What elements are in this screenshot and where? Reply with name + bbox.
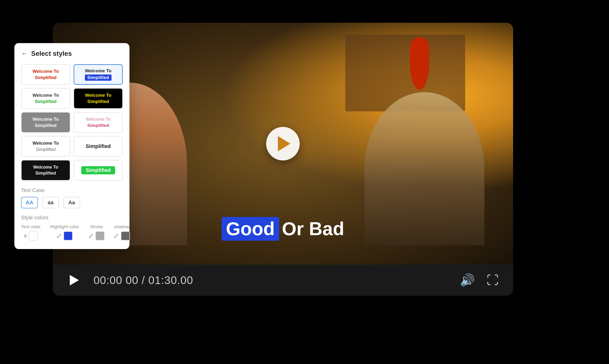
- controls-right: 🔊 ⛶: [460, 273, 499, 287]
- style-9-line2: Simplified: [35, 171, 56, 176]
- video-play-button[interactable]: [266, 127, 300, 160]
- style-2-line1: Welcome To: [85, 68, 111, 74]
- style-card-4[interactable]: Welcome To Simplified: [74, 88, 123, 109]
- style-grid: Welcome To Simplified Welcome To Simplif…: [21, 64, 123, 181]
- controls-play-icon: [70, 275, 79, 286]
- caption-word-highlighted: Good: [221, 217, 279, 241]
- highlight-color-swatch[interactable]: [64, 231, 73, 240]
- text-color-label: Text color: [21, 224, 41, 229]
- highlight-color-label: Highlight color: [50, 224, 79, 229]
- stroke-swatch-row: 🖉: [89, 231, 105, 240]
- style-5-line1: Welcome To: [32, 117, 59, 122]
- style-1-line1: Welcome To: [32, 69, 59, 74]
- text-color-swatch-row: A: [24, 231, 38, 240]
- style-6-line2: Simplified: [87, 123, 109, 128]
- style-3-line2: Simplified: [35, 99, 56, 104]
- time-current: 00:00 00: [94, 274, 138, 286]
- play-icon: [278, 136, 290, 151]
- style-card-8[interactable]: Simplified: [74, 136, 123, 157]
- highlight-eyedropper-icon[interactable]: 🖉: [57, 233, 62, 239]
- shadow-swatch-row: 🖉: [114, 231, 130, 240]
- shadow-group: shadow 🖉: [114, 224, 130, 240]
- text-color-eyedropper-icon[interactable]: A: [24, 233, 27, 239]
- style-1-line2: Simplified: [35, 75, 56, 80]
- guitar-decoration: [410, 37, 429, 90]
- time-separator: /: [138, 274, 148, 286]
- highlight-color-swatch-row: 🖉: [57, 231, 73, 240]
- stroke-label: Stroke: [90, 224, 103, 229]
- style-9-line1: Welcome To: [33, 165, 58, 170]
- style-6-line1: Welcome To: [86, 117, 111, 122]
- style-10-line1: Simplified: [81, 166, 115, 174]
- shadow-label: shadow: [114, 224, 130, 229]
- style-7-line2: Simplified: [36, 147, 55, 152]
- stroke-group: Stroke 🖉: [89, 224, 105, 240]
- case-uppercase-button[interactable]: AA: [21, 197, 38, 208]
- text-case-row: AA aa Aa: [21, 197, 123, 208]
- style-2-line2: Simplified: [85, 75, 111, 81]
- style-card-7[interactable]: Welcome To Simplified: [21, 136, 70, 157]
- fullscreen-icon[interactable]: ⛶: [487, 273, 499, 287]
- text-color-group: Text color A: [21, 224, 41, 240]
- video-controls-bar: 00:00 00 / 01:30.00 🔊 ⛶: [53, 265, 513, 296]
- style-card-5[interactable]: Welcome To Simplified: [21, 112, 70, 133]
- text-color-swatch[interactable]: [29, 231, 38, 240]
- person-right-silhouette: [364, 92, 484, 246]
- caption-overlay: Good Or Bad: [221, 217, 344, 241]
- back-button[interactable]: ←: [21, 50, 28, 57]
- style-3-line1: Welcome To: [32, 93, 59, 98]
- shadow-eyedropper-icon[interactable]: 🖉: [114, 233, 119, 239]
- style-4-line1: Welcome To: [85, 93, 111, 98]
- highlight-color-group: Highlight color 🖉: [50, 224, 79, 240]
- style-panel: ← Select styles Welcome To Simplified We…: [14, 43, 129, 249]
- volume-icon[interactable]: 🔊: [460, 273, 475, 287]
- time-display: 00:00 00 / 01:30.00: [94, 274, 448, 287]
- style-card-6[interactable]: Welcome To Simplified: [74, 112, 123, 133]
- style-card-3[interactable]: Welcome To Simplified: [21, 88, 70, 109]
- stroke-swatch[interactable]: [96, 231, 105, 240]
- style-8-line1: Simplified: [86, 143, 111, 149]
- panel-title: Select styles: [31, 50, 72, 57]
- style-colors-label: Style colors: [21, 215, 123, 221]
- case-titlecase-button[interactable]: Aa: [63, 197, 80, 208]
- style-4-line2: Simplified: [87, 99, 109, 104]
- style-card-9[interactable]: Welcome To Simplified: [21, 160, 70, 181]
- shadow-swatch[interactable]: [121, 231, 130, 240]
- colors-row: Text color A Highlight color 🖉 Stroke 🖉 …: [21, 224, 123, 240]
- style-card-2[interactable]: Welcome To Simplified: [74, 64, 123, 85]
- style-7-line1: Welcome To: [32, 141, 59, 146]
- caption-word-plain: Or Bad: [282, 218, 344, 240]
- time-total: 01:30.00: [148, 274, 193, 286]
- text-case-label: Text Case: [21, 187, 123, 194]
- case-lowercase-button[interactable]: aa: [42, 197, 59, 208]
- stroke-eyedropper-icon[interactable]: 🖉: [89, 233, 94, 239]
- controls-play-button[interactable]: [67, 273, 82, 287]
- style-5-line2: Simplified: [35, 123, 56, 128]
- style-card-1[interactable]: Welcome To Simplified: [21, 64, 70, 85]
- style-card-10[interactable]: Simplified: [74, 160, 123, 181]
- panel-header: ← Select styles: [21, 50, 123, 57]
